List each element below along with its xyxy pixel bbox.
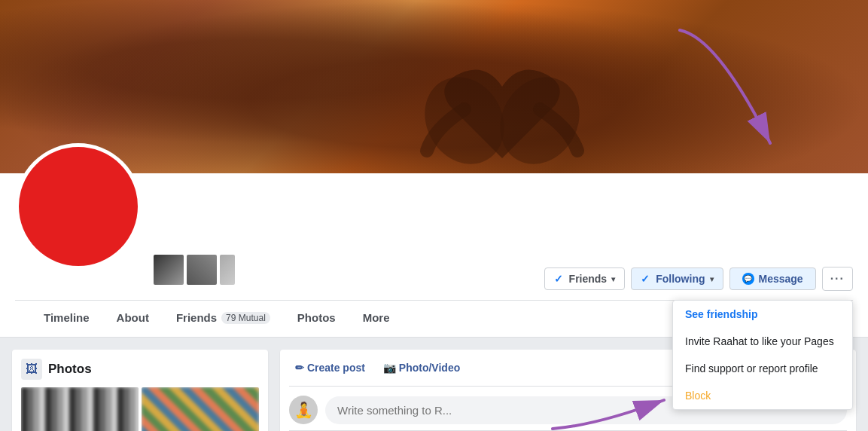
- photos-card: 🖼 Photos: [12, 350, 268, 431]
- post-avatar-small: 🧘: [289, 396, 318, 424]
- tab-friends[interactable]: Friends 79 Mutual: [163, 301, 284, 337]
- following-check-icon: ✓: [641, 273, 650, 285]
- avatar: [15, 143, 142, 270]
- profile-info-row: ✓ Friends ▾ ✓ Following ▾ 💬 Message ···: [15, 173, 853, 300]
- profile-name-area: [154, 255, 544, 300]
- dots-label: ···: [830, 272, 845, 286]
- more-dots-container: ··· See friendsh: [822, 267, 853, 291]
- photo-pixelated-2: [142, 387, 259, 431]
- profile-photos-row: [154, 255, 544, 285]
- tab-more[interactable]: More: [349, 301, 404, 337]
- checkmark-icon: ✓: [554, 273, 563, 285]
- messenger-icon: 💬: [742, 273, 754, 285]
- photos-card-header: 🖼 Photos: [21, 359, 259, 380]
- photos-grid: [21, 387, 259, 431]
- friends-label: Friends: [569, 273, 608, 285]
- mutual-badge: 79 Mutual: [221, 312, 270, 324]
- profile-photo-thumb-1: [154, 255, 184, 285]
- photo-pixelated-1: [21, 387, 139, 431]
- photo-cell-1: [21, 387, 139, 431]
- dropdown-menu: See friendship Invite Raahat to like you…: [672, 300, 853, 410]
- dropdown-item-invite[interactable]: Invite Raahat to like your Pages: [673, 328, 852, 355]
- more-dots-button[interactable]: ···: [822, 267, 853, 291]
- friends-button[interactable]: ✓ Friends ▾: [544, 267, 626, 290]
- following-label: Following: [656, 273, 705, 285]
- message-label: Message: [759, 273, 803, 285]
- friends-caret-icon: ▾: [611, 275, 615, 283]
- profile-photo-thumb-3: [220, 255, 235, 285]
- tab-timeline[interactable]: Timeline: [30, 301, 103, 337]
- dropdown-item-report[interactable]: Find support or report profile: [673, 355, 852, 382]
- heart-shadow-decoration: [389, 23, 615, 173]
- left-sidebar: 🖼 Photos: [12, 350, 268, 431]
- profile-photo-thumb-2: [187, 255, 217, 285]
- photo-video-button-top[interactable]: 📷 Photo/Video: [377, 359, 466, 377]
- purple-arrow-cover: [657, 23, 808, 158]
- following-caret-icon: ▾: [710, 275, 714, 283]
- dropdown-item-see-friendship[interactable]: See friendship: [673, 301, 852, 328]
- profile-section: ✓ Friends ▾ ✓ Following ▾ 💬 Message ···: [0, 173, 868, 338]
- tab-photos[interactable]: Photos: [284, 301, 349, 337]
- cover-photo: [0, 0, 868, 173]
- message-button[interactable]: 💬 Message: [729, 267, 816, 290]
- dropdown-item-block[interactable]: Block: [673, 382, 852, 409]
- photo-cell-2: [142, 387, 259, 431]
- photos-card-title: Photos: [48, 362, 92, 377]
- following-button[interactable]: ✓ Following ▾: [631, 267, 723, 290]
- profile-actions: ✓ Friends ▾ ✓ Following ▾ 💬 Message ···: [544, 267, 853, 300]
- tab-about[interactable]: About: [103, 301, 163, 337]
- photos-card-icon: 🖼: [21, 359, 42, 380]
- page-wrapper: ✓ Friends ▾ ✓ Following ▾ 💬 Message ···: [0, 0, 868, 431]
- create-post-button[interactable]: ✏ Create post: [289, 359, 371, 377]
